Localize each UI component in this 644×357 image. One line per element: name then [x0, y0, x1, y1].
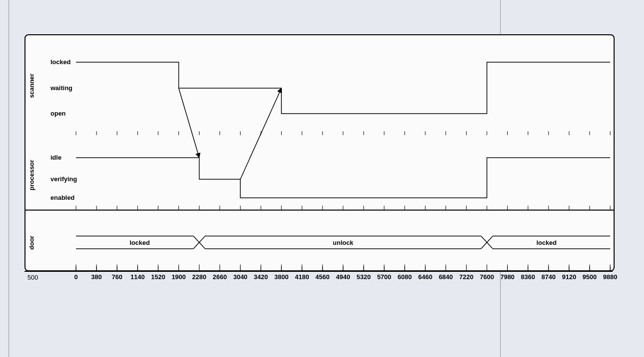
- scanner-state-open: open: [50, 110, 66, 117]
- svg-text:6840: 6840: [439, 273, 453, 281]
- svg-text:1520: 1520: [151, 273, 165, 281]
- svg-text:7600: 7600: [480, 273, 494, 281]
- svg-text:9500: 9500: [583, 273, 597, 281]
- page-left-edge: [8, 0, 9, 357]
- processor-row-label: processor: [28, 160, 35, 190]
- svg-text:4940: 4940: [336, 273, 350, 281]
- door-row-label: door: [28, 236, 35, 250]
- svg-text:1900: 1900: [172, 273, 186, 281]
- scanner-panel: [25, 34, 615, 137]
- svg-text:0: 0: [74, 273, 77, 281]
- processor-state-enabled: enabled: [50, 194, 74, 201]
- svg-text:5700: 5700: [377, 273, 391, 281]
- svg-text:8360: 8360: [521, 273, 535, 281]
- svg-text:7220: 7220: [459, 273, 473, 281]
- processor-state-idle: idle: [50, 154, 61, 161]
- door-seg-1: unlock: [211, 239, 475, 246]
- scanner-row-label: scanner: [28, 73, 35, 98]
- svg-text:9880: 9880: [603, 273, 618, 281]
- processor-state-verifying: verifying: [50, 175, 77, 183]
- svg-text:4180: 4180: [295, 273, 309, 281]
- svg-text:5320: 5320: [356, 273, 371, 281]
- svg-text:380: 380: [91, 273, 102, 281]
- svg-text:8740: 8740: [542, 273, 556, 281]
- svg-text:6460: 6460: [418, 273, 432, 281]
- svg-text:3800: 3800: [274, 273, 289, 281]
- svg-text:9120: 9120: [562, 273, 576, 281]
- svg-text:1140: 1140: [130, 273, 145, 281]
- page: scanner locked waiting open processor id…: [0, 0, 644, 357]
- door-seg-0: locked: [76, 239, 203, 246]
- svg-text:3420: 3420: [254, 273, 268, 281]
- door-seg-2: locked: [483, 239, 610, 246]
- svg-text:3040: 3040: [233, 273, 248, 281]
- svg-text:2660: 2660: [213, 273, 227, 281]
- scanner-state-waiting: waiting: [50, 84, 73, 92]
- svg-text:4560: 4560: [316, 273, 330, 281]
- axis-offset: 500: [27, 274, 38, 281]
- svg-text:6080: 6080: [397, 273, 412, 281]
- svg-text:7980: 7980: [500, 273, 515, 281]
- processor-panel: [25, 136, 615, 211]
- scanner-state-locked: locked: [50, 58, 71, 66]
- svg-text:760: 760: [112, 273, 123, 281]
- svg-text:2280: 2280: [192, 273, 206, 281]
